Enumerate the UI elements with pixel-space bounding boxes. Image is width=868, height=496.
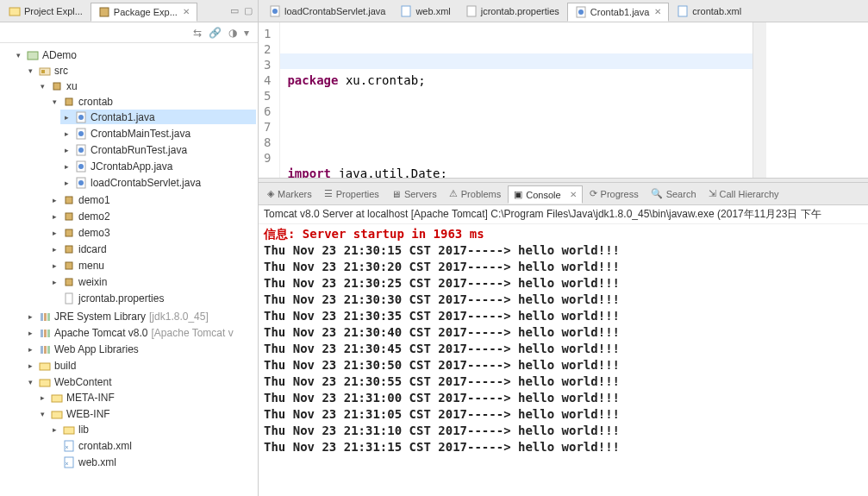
package-icon bbox=[62, 275, 75, 288]
editor-tab[interactable]: web.xml bbox=[393, 3, 457, 20]
package-crontab[interactable]: ▾crontab bbox=[48, 94, 256, 109]
webcontent-folder[interactable]: ▾WebContent bbox=[24, 374, 256, 389]
view-tab-package-explorer[interactable]: Package Exp... ✕ bbox=[91, 3, 197, 22]
collapse-all-icon[interactable]: ⇆ bbox=[193, 27, 202, 39]
package-icon bbox=[98, 6, 110, 18]
build-folder[interactable]: ▸build bbox=[24, 358, 256, 373]
bottom-tab-search[interactable]: 🔍Search bbox=[646, 185, 702, 202]
library-node[interactable]: ▸JRE System Library [jdk1.8.0_45] bbox=[24, 309, 256, 323]
svg-point-43 bbox=[272, 9, 278, 14]
project-icon bbox=[26, 48, 39, 61]
console-line: Thu Nov 23 21:31:10 CST 2017-----> hello… bbox=[264, 423, 863, 439]
minimize-icon[interactable]: ▭ bbox=[230, 5, 239, 16]
node-label: lib bbox=[78, 424, 89, 436]
editor-tab[interactable]: loadCrontabServlet.java bbox=[262, 3, 392, 20]
tab-icon: ⇲ bbox=[709, 188, 716, 199]
project-node[interactable]: ▾ ADemo bbox=[12, 47, 256, 62]
library-icon bbox=[38, 342, 51, 355]
package-node[interactable]: ▸demo2 bbox=[48, 209, 256, 223]
editor-area-panel: loadCrontabServlet.javaweb.xmljcrontab.p… bbox=[259, 0, 868, 496]
svg-point-47 bbox=[578, 9, 584, 15]
tab-label: Servers bbox=[404, 189, 437, 199]
svg-point-14 bbox=[78, 164, 84, 169]
editor-tab[interactable]: Crontab1.java✕ bbox=[567, 3, 670, 22]
console-line: Thu Nov 23 21:30:15 CST 2017-----> hello… bbox=[264, 242, 863, 259]
tab-label: crontab.xml bbox=[692, 6, 741, 16]
bottom-tab-progress[interactable]: ⟳Progress bbox=[584, 185, 644, 202]
java-file-icon bbox=[74, 176, 87, 189]
svg-rect-2 bbox=[28, 52, 38, 60]
metainf-folder[interactable]: ▸META-INF bbox=[36, 390, 256, 405]
close-icon[interactable]: ✕ bbox=[570, 190, 577, 199]
bottom-tab-servers[interactable]: 🖥Servers bbox=[386, 186, 442, 202]
tab-label: Problems bbox=[461, 189, 501, 199]
svg-rect-23 bbox=[66, 293, 72, 304]
svg-rect-35 bbox=[52, 395, 62, 402]
bottom-tab-markers[interactable]: ◈Markers bbox=[262, 185, 317, 202]
editor-scrollbar[interactable] bbox=[752, 22, 766, 178]
code-editor[interactable]: 123456789 package xu.crontab; import jav… bbox=[259, 22, 868, 178]
library-icon bbox=[38, 310, 51, 323]
package-node[interactable]: ▸demo3 bbox=[48, 225, 256, 240]
link-editor-icon[interactable]: 🔗 bbox=[209, 27, 222, 39]
console-line: Thu Nov 23 21:30:40 CST 2017-----> hello… bbox=[264, 324, 863, 341]
close-icon[interactable]: ✕ bbox=[183, 7, 190, 16]
java-file-node[interactable]: ▸CrontabMainTest.java bbox=[60, 126, 256, 141]
svg-rect-0 bbox=[9, 8, 20, 16]
java-file-node[interactable]: ▸CrontabRunTest.java bbox=[60, 142, 256, 157]
package-node[interactable]: ▸menu bbox=[48, 258, 256, 273]
xml-file-icon: x bbox=[62, 455, 75, 468]
package-tree[interactable]: ▾ ADemo ▾src ▾xu ▾crontab bbox=[0, 43, 258, 496]
console-output[interactable]: 信息: Server startup in 1963 ms Thu Nov 23… bbox=[259, 224, 868, 496]
bottom-tab-call-hierarchy[interactable]: ⇲Call Hierarchy bbox=[703, 185, 784, 202]
node-label: src bbox=[54, 65, 68, 77]
tab-label: Crontab1.java bbox=[590, 7, 650, 17]
tab-icon: ⚠ bbox=[449, 188, 458, 199]
file-crontab-xml[interactable]: xcrontab.xml bbox=[48, 438, 256, 453]
editor-tab[interactable]: crontab.xml bbox=[670, 3, 748, 20]
java-file-node[interactable]: ▸Crontab1.java bbox=[60, 110, 256, 124]
src-folder[interactable]: ▾src bbox=[24, 63, 256, 78]
tab-icon: ⟳ bbox=[590, 188, 597, 199]
svg-point-16 bbox=[78, 180, 84, 185]
package-node[interactable]: ▸idcard bbox=[48, 242, 256, 256]
java-file-node[interactable]: ▸JCrontabApp.java bbox=[60, 159, 256, 173]
file-web-xml[interactable]: xweb.xml bbox=[48, 455, 256, 469]
tab-icon: 🔍 bbox=[651, 188, 663, 199]
svg-rect-1 bbox=[100, 8, 109, 16]
java-file-node[interactable]: ▸loadCrontabServlet.java bbox=[60, 175, 256, 190]
library-node[interactable]: ▸Apache Tomcat v8.0 [Apache Tomcat v bbox=[24, 325, 256, 340]
node-label: menu bbox=[78, 260, 104, 272]
console-line: Thu Nov 23 21:31:00 CST 2017-----> hello… bbox=[264, 390, 863, 406]
library-suffix: [Apache Tomcat v bbox=[152, 327, 234, 339]
navigator-icon bbox=[9, 5, 21, 17]
library-suffix: [jdk1.8.0_45] bbox=[149, 311, 209, 323]
maximize-icon[interactable]: ▢ bbox=[244, 5, 253, 16]
view-menu-icon[interactable]: ▾ bbox=[244, 27, 249, 39]
svg-rect-45 bbox=[467, 6, 476, 16]
webinf-folder[interactable]: ▾WEB-INF bbox=[36, 406, 256, 421]
bottom-tab-properties[interactable]: ☰Properties bbox=[319, 185, 384, 202]
java-file-icon bbox=[74, 110, 87, 123]
package-xu[interactable]: ▾xu bbox=[36, 78, 256, 93]
file-jcrontab-properties[interactable]: jcrontab.properties bbox=[48, 291, 256, 305]
xml-file-icon bbox=[677, 5, 689, 17]
bottom-tab-console[interactable]: ▣Console✕ bbox=[508, 185, 582, 204]
node-label: Web App Libraries bbox=[54, 343, 139, 355]
focus-icon[interactable]: ◑ bbox=[228, 27, 237, 39]
editor-tab[interactable]: jcrontab.properties bbox=[459, 3, 566, 20]
view-tab-project-explorer[interactable]: Project Expl... bbox=[2, 3, 90, 20]
lib-folder[interactable]: ▸lib bbox=[48, 422, 256, 436]
close-icon[interactable]: ✕ bbox=[654, 7, 661, 16]
library-node[interactable]: ▸Web App Libraries bbox=[24, 342, 256, 356]
bottom-tab-problems[interactable]: ⚠Problems bbox=[444, 185, 506, 202]
console-line: Thu Nov 23 21:30:30 CST 2017-----> hello… bbox=[264, 292, 863, 308]
package-icon bbox=[62, 242, 75, 255]
code-body[interactable]: package xu.crontab; import java.util.Dat… bbox=[280, 22, 752, 178]
tab-label: Package Exp... bbox=[114, 7, 178, 17]
package-node[interactable]: ▸demo1 bbox=[48, 192, 256, 207]
package-node[interactable]: ▸weixin bbox=[48, 274, 256, 289]
tab-label: Search bbox=[666, 189, 696, 199]
console-line: Thu Nov 23 21:30:25 CST 2017-----> hello… bbox=[264, 275, 863, 292]
tab-label: Properties bbox=[336, 189, 379, 199]
